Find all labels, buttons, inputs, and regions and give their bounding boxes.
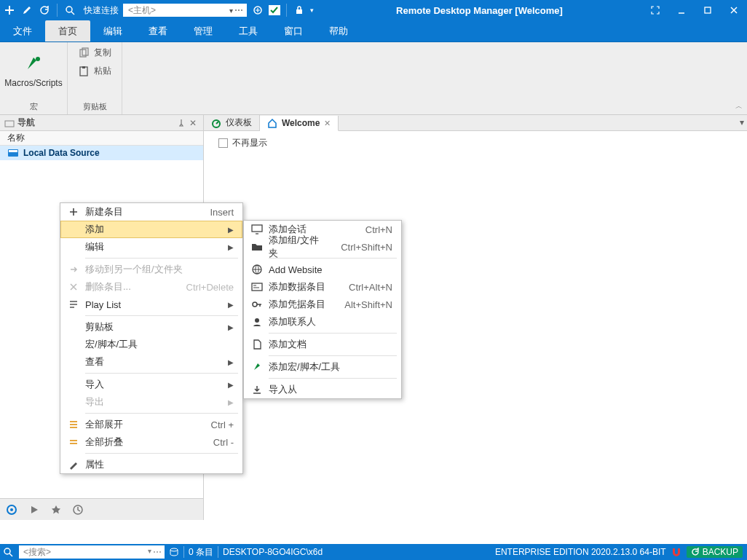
ctx-new-entry[interactable]: 新建条目 Insert <box>60 203 242 221</box>
pin-icon[interactable] <box>175 117 187 129</box>
ctx-macro-tools[interactable]: 宏/脚本/工具 <box>60 336 242 353</box>
svg-rect-11 <box>9 150 17 152</box>
ctx-view[interactable]: 查看 ▶ <box>60 353 242 371</box>
status-db-icon[interactable] <box>169 547 179 557</box>
tree-item-local-data-source[interactable]: Local Data Source <box>0 146 203 160</box>
svg-point-19 <box>253 302 257 307</box>
nav-column-name: 名称 <box>7 132 25 144</box>
titlebar-right <box>645 3 744 17</box>
nav-tab-sessions-icon[interactable] <box>6 504 17 516</box>
new-icon[interactable] <box>3 4 16 17</box>
tabs-dropdown-icon[interactable]: ▾ <box>740 117 744 127</box>
backup-badge[interactable]: BACKUP <box>687 546 743 558</box>
document-icon <box>248 339 266 350</box>
sub-add-data-entry[interactable]: 添加数据条目 Ctrl+Alt+N <box>244 278 401 296</box>
globe-icon <box>248 264 266 275</box>
menu-view[interactable]: 查看 <box>135 20 181 42</box>
sub-add-document[interactable]: 添加文档 <box>244 336 401 353</box>
close-button[interactable] <box>724 3 744 17</box>
close-panel-icon[interactable]: ✕ <box>187 117 199 129</box>
menu-tools[interactable]: 工具 <box>226 20 271 42</box>
ctx-playlist[interactable]: Play List ▶ <box>60 296 242 313</box>
menu-help[interactable]: 帮助 <box>316 20 361 42</box>
status-search-placeholder: <搜索> <box>23 546 51 559</box>
sub-add-macro[interactable]: 添加宏/脚本/工具 <box>244 358 401 376</box>
dropdown-icon[interactable]: ▾ <box>229 7 233 15</box>
menu-edit[interactable]: 编辑 <box>90 20 135 42</box>
ctx-move-to: 移动到另一个组/文件夹 <box>60 261 242 278</box>
dont-show-checkbox[interactable] <box>218 138 228 148</box>
fullscreen-icon[interactable] <box>645 3 665 17</box>
maximize-button[interactable] <box>697 3 718 17</box>
status-host: DESKTOP-8GO4IGC\x6d <box>223 547 323 557</box>
sub-add-credential[interactable]: 添加凭据条目 Alt+Shift+N <box>244 296 401 313</box>
tab-welcome-label: Welcome <box>282 118 320 128</box>
more-icon[interactable]: ⋯ <box>153 547 162 557</box>
quick-connect-input[interactable]: <主机> ▾ ⋯ <box>123 4 247 17</box>
collapse-icon <box>65 437 82 447</box>
tab-welcome[interactable]: Welcome ✕ <box>260 116 339 131</box>
ctx-add[interactable]: 添加 ▶ <box>60 221 242 238</box>
sub-add-website[interactable]: Add Website <box>244 261 401 278</box>
link-icon[interactable] <box>251 4 264 17</box>
magnet-icon[interactable] <box>671 547 682 557</box>
more-icon[interactable]: ⋯ <box>234 5 243 15</box>
copy-button[interactable]: 复制 <box>75 45 114 60</box>
menu-window[interactable]: 窗口 <box>271 20 316 42</box>
svg-point-22 <box>170 548 178 551</box>
monitor-icon <box>248 224 266 234</box>
search-icon[interactable] <box>0 547 16 557</box>
ctx-import[interactable]: 导入 ▶ <box>60 376 242 393</box>
svg-rect-9 <box>5 121 14 127</box>
refresh-icon[interactable] <box>38 4 51 17</box>
lock-icon[interactable] <box>293 4 306 17</box>
dont-show-row[interactable]: 不再显示 <box>218 137 732 149</box>
macros-scripts-button[interactable]: Macros/Scripts <box>7 45 60 98</box>
ribbon: Macros/Scripts 宏 复制 粘贴 剪贴板 ︿ <box>0 42 747 115</box>
dropdown-icon[interactable]: ▾ <box>148 547 151 557</box>
copy-icon <box>78 47 90 59</box>
tab-close-icon[interactable]: ✕ <box>324 119 331 128</box>
sub-add-group[interactable]: 添加组/文件夹 Ctrl+Shift+N <box>244 238 401 256</box>
minimize-button[interactable] <box>671 3 692 17</box>
svg-rect-3 <box>705 7 711 13</box>
nav-column-header[interactable]: 名称 <box>0 131 203 146</box>
tab-dashboard[interactable]: 仪表板 <box>204 115 260 130</box>
key-icon <box>248 299 266 309</box>
nav-panel-title: 导航 <box>17 117 35 129</box>
submenu-arrow-icon: ▶ <box>225 323 234 331</box>
submenu-arrow-icon: ▶ <box>225 381 234 389</box>
check-icon[interactable] <box>269 5 280 15</box>
ribbon-collapse-icon[interactable]: ︿ <box>735 101 743 111</box>
search-icon[interactable] <box>63 4 76 17</box>
sub-add-contact[interactable]: 添加联系人 <box>244 313 401 331</box>
properties-icon <box>65 460 82 470</box>
ctx-collapse-all[interactable]: 全部折叠 Ctrl - <box>60 433 242 451</box>
edit-icon[interactable] <box>20 4 33 17</box>
quick-connect-label: 快速连接 <box>84 4 119 17</box>
paste-button[interactable]: 粘贴 <box>75 63 114 79</box>
nav-tab-recent-icon[interactable] <box>73 505 83 515</box>
nav-tab-play-icon[interactable] <box>29 505 39 515</box>
status-search-input[interactable]: <搜索> ▾ ⋯ <box>19 545 165 559</box>
ctx-edit[interactable]: 编辑 ▶ <box>60 238 242 256</box>
ribbon-group-macros-title: 宏 <box>30 100 38 113</box>
ribbon-group-clipboard: 复制 粘贴 剪贴板 <box>68 42 122 114</box>
context-submenu-add: 添加会话 Ctrl+N 添加组/文件夹 Ctrl+Shift+N Add Web… <box>243 220 402 399</box>
ctx-clipboard[interactable]: 剪贴板 ▶ <box>60 318 242 336</box>
submenu-arrow-icon: ▶ <box>225 358 234 366</box>
menu-home[interactable]: 首页 <box>45 20 90 42</box>
ctx-delete-entry: 删除条目... Ctrl+Delete <box>60 278 242 296</box>
ctx-properties[interactable]: 属性 <box>60 456 242 473</box>
submenu-arrow-icon: ▶ <box>225 301 234 309</box>
menu-file[interactable]: 文件 <box>0 20 45 42</box>
menu-manage[interactable]: 管理 <box>181 20 226 42</box>
nav-panel-header: 导航 ✕ <box>0 115 203 131</box>
ctx-expand-all[interactable]: 全部展开 Ctrl + <box>60 416 242 433</box>
tab-dashboard-label: 仪表板 <box>226 117 252 129</box>
sub-import-from[interactable]: 导入从 <box>244 381 401 398</box>
svg-point-21 <box>4 548 10 554</box>
nav-tab-favorites-icon[interactable] <box>51 505 61 515</box>
delete-icon <box>65 282 82 292</box>
paste-icon <box>78 66 90 77</box>
